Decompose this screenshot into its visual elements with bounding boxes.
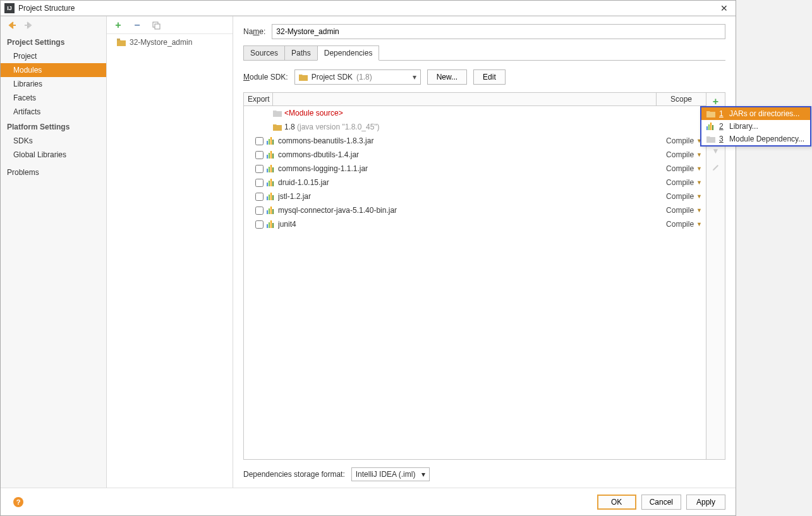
dep-scope-select[interactable]: Compile▼ (657, 220, 702, 229)
dep-module-source[interactable]: <Module source> (244, 106, 706, 120)
dep-name: jstl-1.2.jar (278, 192, 657, 201)
column-name (273, 93, 657, 105)
dep-row[interactable]: junit4Compile▼ (244, 217, 706, 231)
project-structure-dialog: IJ Project Structure ✕ Project Settings … (0, 0, 736, 516)
tab-paths[interactable]: Paths (284, 45, 318, 61)
dep-name: junit4 (278, 220, 657, 229)
help-button[interactable]: ? (13, 497, 23, 507)
sdk-edit-button[interactable]: Edit (473, 69, 506, 85)
close-button[interactable]: ✕ (717, 1, 732, 16)
remove-module-button[interactable]: − (132, 20, 142, 30)
app-icon: IJ (4, 3, 15, 13)
nav-item-artifacts[interactable]: Artifacts (1, 105, 106, 119)
dep-scope-select[interactable]: Compile▼ (657, 150, 702, 159)
folder-icon (299, 73, 308, 81)
chevron-down-icon: ▼ (696, 207, 702, 213)
sdk-new-button[interactable]: New... (427, 69, 467, 85)
library-icon (267, 179, 278, 186)
column-scope: Scope (657, 93, 706, 105)
dep-scope-select[interactable]: Compile▼ (657, 192, 702, 201)
dependencies-table: Export Scope <Module source> 1.8 ( (244, 93, 706, 459)
left-nav: Project Settings ProjectModulesLibraries… (1, 16, 107, 488)
copy-module-button[interactable] (151, 20, 161, 30)
cancel-button[interactable]: Cancel (641, 495, 681, 510)
export-checkbox[interactable] (251, 193, 267, 201)
nav-section-project-settings: Project Settings (1, 34, 106, 49)
nav-item-modules[interactable]: Modules (1, 63, 106, 77)
export-checkbox[interactable] (251, 165, 267, 173)
storage-format-label: Dependencies storage format: (243, 470, 345, 479)
popup-item-module-dependency[interactable]: 3Module Dependency... (701, 133, 810, 145)
dep-row[interactable]: commons-logging-1.1.1.jarCompile▼ (244, 162, 706, 176)
popup-item-library[interactable]: 2Library... (701, 120, 810, 133)
menu-icon (706, 135, 715, 143)
module-name-input[interactable] (272, 24, 725, 39)
module-sdk-select[interactable]: Project SDK (1.8) ▾ (294, 69, 421, 85)
titlebar: IJ Project Structure ✕ (1, 1, 736, 16)
window-title: Project Structure (18, 4, 717, 13)
export-checkbox[interactable] (251, 179, 267, 187)
module-sdk-label: Module SDK: (243, 73, 288, 81)
ok-button[interactable]: OK (597, 495, 636, 510)
dep-row[interactable]: druid-1.0.15.jarCompile▼ (244, 176, 706, 189)
menu-icon (706, 123, 715, 130)
chevron-down-icon: ▾ (421, 470, 425, 479)
edit-dependency-button (710, 161, 722, 174)
dep-scope-select[interactable]: Compile▼ (657, 164, 702, 173)
library-icon (267, 151, 278, 159)
menu-label: JARs or directories... (729, 109, 799, 118)
dep-name: commons-beanutils-1.8.3.jar (278, 136, 657, 145)
dep-name: druid-1.0.15.jar (278, 178, 657, 187)
nav-item-sdks[interactable]: SDKs (1, 134, 106, 148)
library-icon (267, 165, 278, 172)
dep-row[interactable]: commons-beanutils-1.8.3.jarCompile▼ (244, 134, 706, 148)
export-checkbox[interactable] (251, 220, 267, 229)
library-icon (267, 137, 278, 145)
export-checkbox[interactable] (251, 151, 267, 159)
nav-item-facets[interactable]: Facets (1, 91, 106, 105)
nav-item-global-libraries[interactable]: Global Libraries (1, 148, 106, 162)
module-list-panel: + − 32-Mystore_admin (107, 16, 233, 488)
nav-problems[interactable]: Problems (1, 165, 106, 179)
chevron-down-icon: ▾ (413, 73, 416, 81)
dep-jdk[interactable]: 1.8 (java version "1.8.0_45") (244, 120, 706, 134)
column-export: Export (244, 93, 273, 105)
module-tree-item[interactable]: 32-Mystore_admin (107, 37, 233, 48)
chevron-down-icon: ▼ (696, 179, 702, 186)
dep-scope-select[interactable]: Compile▼ (657, 136, 702, 145)
tab-dependencies[interactable]: Dependencies (317, 45, 380, 61)
menu-label: Module Dependency... (729, 135, 804, 143)
export-checkbox[interactable] (251, 207, 267, 215)
dep-scope-select[interactable]: Compile▼ (657, 206, 702, 215)
dep-name: commons-logging-1.1.1.jar (278, 164, 657, 173)
move-down-button: ▼ (710, 145, 722, 157)
dep-scope-select[interactable]: Compile▼ (657, 178, 702, 187)
name-label: Name: (243, 27, 265, 36)
dep-row[interactable]: commons-dbutils-1.4.jarCompile▼ (244, 148, 706, 162)
tab-sources[interactable]: Sources (243, 45, 285, 61)
chevron-down-icon: ▼ (696, 165, 702, 172)
library-icon (267, 220, 278, 228)
dep-row[interactable]: mysql-connector-java-5.1.40-bin.jarCompi… (244, 203, 706, 217)
module-name: 32-Mystore_admin (130, 38, 192, 47)
nav-forward-icon (23, 20, 33, 30)
add-module-button[interactable]: + (113, 20, 123, 30)
folder-icon (273, 123, 284, 131)
add-dependency-menu: 1JARs or directories...2Library...3Modul… (700, 106, 811, 147)
storage-format-select[interactable]: IntelliJ IDEA (.iml) ▾ (351, 467, 430, 481)
apply-button[interactable]: Apply (686, 495, 725, 510)
popup-item-jars-or-directories[interactable]: 1JARs or directories... (701, 107, 810, 120)
svg-rect-2 (117, 39, 120, 40)
deps-toolbar: + − ▲ ▼ (706, 93, 725, 459)
svg-rect-1 (155, 24, 160, 29)
dep-name: mysql-connector-java-5.1.40-bin.jar (278, 206, 657, 215)
export-checkbox[interactable] (251, 137, 267, 145)
dep-row[interactable]: jstl-1.2.jarCompile▼ (244, 189, 706, 203)
chevron-down-icon: ▼ (696, 193, 702, 200)
module-editor-panel: Name: SourcesPathsDependencies Module SD… (233, 16, 736, 488)
chevron-down-icon: ▼ (696, 152, 702, 158)
nav-item-libraries[interactable]: Libraries (1, 77, 106, 91)
menu-label: Library... (729, 122, 758, 131)
nav-back-icon[interactable] (7, 20, 17, 30)
nav-item-project[interactable]: Project (1, 49, 106, 63)
